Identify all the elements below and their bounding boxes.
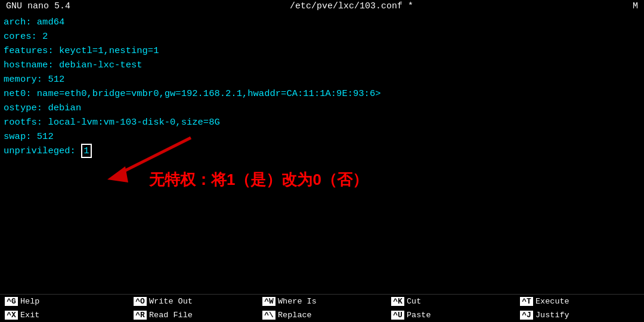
highlighted-value: 1 (81, 144, 91, 158)
editor-line: unprivileged: 1 (4, 144, 640, 158)
editor-line: cores: 2 (4, 29, 640, 44)
svg-marker-1 (107, 166, 128, 182)
menu-item-paste[interactable]: ^UPaste (386, 310, 515, 320)
menu-item-read-file[interactable]: ^RRead File (129, 310, 258, 320)
menu-key: ^U (391, 311, 404, 320)
menu-key: ^J (520, 311, 533, 320)
menu-bar: ^GHelp^OWrite Out^WWhere Is^KCut^TExecut… (0, 294, 644, 322)
menu-label: Cut (407, 297, 421, 306)
editor-line: arch: amd64 (4, 15, 640, 29)
file-name: /etc/pve/lxc/103.conf * (290, 1, 413, 11)
menu-item-exit[interactable]: ^XExit (0, 310, 129, 320)
menu-key: ^W (262, 297, 275, 306)
menu-key: ^G (5, 297, 18, 306)
menu-key: ^\ (262, 311, 275, 320)
menu-bar-top: ^GHelp^OWrite Out^WWhere Is^KCut^TExecut… (0, 295, 644, 308)
title-bar: GNU nano 5.4 /etc/pve/lxc/103.conf * M (0, 0, 644, 13)
editor-line: rootfs: local-lvm:vm-103-disk-0,size=8G (4, 115, 640, 129)
menu-key: ^O (134, 297, 147, 306)
menu-label: Write Out (149, 297, 193, 306)
menu-item-replace[interactable]: ^\Replace (258, 310, 386, 320)
menu-key: ^K (391, 297, 404, 306)
menu-bar-bottom: ^XExit^RRead File^\Replace^UPaste^JJusti… (0, 308, 644, 322)
menu-label: Where Is (278, 297, 317, 306)
editor-line: ostype: debian (4, 101, 640, 115)
editor-area: arch: amd64cores: 2features: keyctl=1,ne… (0, 13, 644, 245)
menu-key: ^X (5, 311, 18, 320)
lines-container: arch: amd64cores: 2features: keyctl=1,ne… (4, 15, 640, 158)
editor-line: memory: 512 (4, 72, 640, 86)
menu-item-justify[interactable]: ^JJustify (515, 310, 644, 320)
menu-label: Exit (20, 311, 39, 320)
modified-indicator: M (633, 1, 638, 11)
editor-line: swap: 512 (4, 129, 640, 144)
editor-line: features: keyctl=1,nesting=1 (4, 44, 640, 58)
menu-label: Paste (407, 311, 431, 320)
menu-label: Execute (535, 297, 569, 306)
editor-line: hostname: debian-lxc-test (4, 58, 640, 72)
menu-key: ^R (134, 311, 147, 320)
annotation-text: 无特权：将1（是）改为0（否） (149, 168, 368, 191)
editor-line: net0: name=eth0,bridge=vmbr0,gw=192.168.… (4, 86, 640, 101)
menu-item-execute[interactable]: ^TExecute (515, 296, 644, 306)
menu-key: ^T (520, 297, 533, 306)
menu-item-write-out[interactable]: ^OWrite Out (129, 296, 258, 306)
menu-item-where-is[interactable]: ^WWhere Is (258, 296, 386, 306)
menu-item-cut[interactable]: ^KCut (386, 296, 515, 306)
menu-item-help[interactable]: ^GHelp (0, 296, 129, 306)
app-name: GNU nano 5.4 (6, 1, 70, 11)
menu-label: Read File (149, 311, 193, 320)
menu-label: Replace (278, 311, 312, 320)
menu-label: Help (20, 297, 39, 306)
menu-label: Justify (535, 311, 569, 320)
